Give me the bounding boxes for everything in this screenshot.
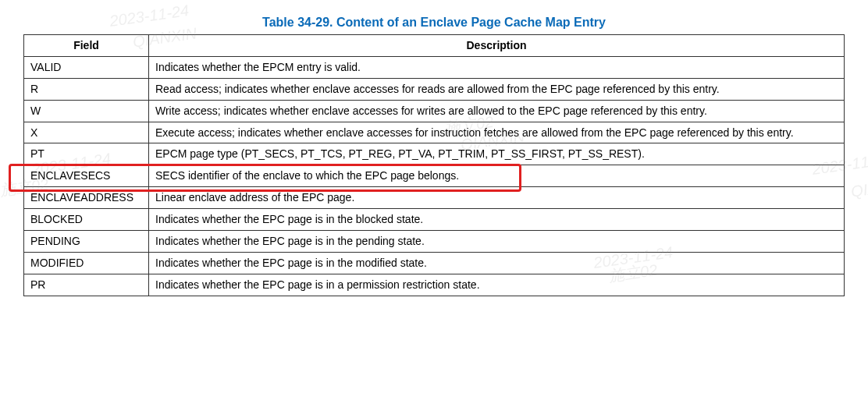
cell-desc: Read access; indicates whether enclave a… <box>149 78 845 100</box>
table-row: X Execute access; indicates whether encl… <box>24 122 845 143</box>
cell-field: MODIFIED <box>24 252 149 274</box>
table-row: PENDING Indicates whether the EPC page i… <box>24 231 845 253</box>
cell-desc: EPCM page type (PT_SECS, PT_TCS, PT_REG,… <box>149 143 845 165</box>
cell-field: BLOCKED <box>24 209 149 231</box>
cell-desc: Indicates whether the EPCM entry is vali… <box>149 56 845 78</box>
cell-field: R <box>24 78 149 100</box>
cell-field: PENDING <box>24 231 149 253</box>
cell-field: ENCLAVEADDRESS <box>24 187 149 209</box>
cell-desc: Indicates whether the EPC page is in the… <box>149 209 845 231</box>
col-header-field: Field <box>24 35 149 57</box>
cell-field: X <box>24 122 149 143</box>
table-row: VALID Indicates whether the EPCM entry i… <box>24 56 845 78</box>
cell-field: W <box>24 100 149 122</box>
cell-field: VALID <box>24 56 149 78</box>
table-row: BLOCKED Indicates whether the EPC page i… <box>24 209 845 231</box>
cell-field: ENCLAVESECS <box>24 165 149 187</box>
table-caption: Table 34-29. Content of an Enclave Page … <box>23 16 845 30</box>
watermark-text: QIANXIN <box>850 175 868 199</box>
table-row: MODIFIED Indicates whether the EPC page … <box>24 252 845 274</box>
table-row: ENCLAVESECS SECS identifier of the encla… <box>24 165 845 187</box>
cell-desc: Indicates whether the EPC page is in a p… <box>149 274 845 296</box>
cell-field: PT <box>24 143 149 165</box>
table-row: PT EPCM page type (PT_SECS, PT_TCS, PT_R… <box>24 143 845 165</box>
cell-desc: Indicates whether the EPC page is in the… <box>149 231 845 253</box>
cell-field: PR <box>24 274 149 296</box>
table-row: W Write access; indicates whether enclav… <box>24 100 845 122</box>
cell-desc: Linear enclave address of the EPC page. <box>149 187 845 209</box>
table-header-row: Field Description <box>24 35 845 57</box>
cell-desc: SECS identifier of the enclave to which … <box>149 165 845 187</box>
cell-desc: Indicates whether the EPC page is in the… <box>149 252 845 274</box>
table-row: PR Indicates whether the EPC page is in … <box>24 274 845 296</box>
table-row: R Read access; indicates whether enclave… <box>24 78 845 100</box>
epcm-table: Field Description VALID Indicates whethe… <box>23 34 845 296</box>
table-row: ENCLAVEADDRESS Linear enclave address of… <box>24 187 845 209</box>
cell-desc: Write access; indicates whether enclave … <box>149 100 845 122</box>
col-header-description: Description <box>149 35 845 57</box>
cell-desc: Execute access; indicates whether enclav… <box>149 122 845 143</box>
